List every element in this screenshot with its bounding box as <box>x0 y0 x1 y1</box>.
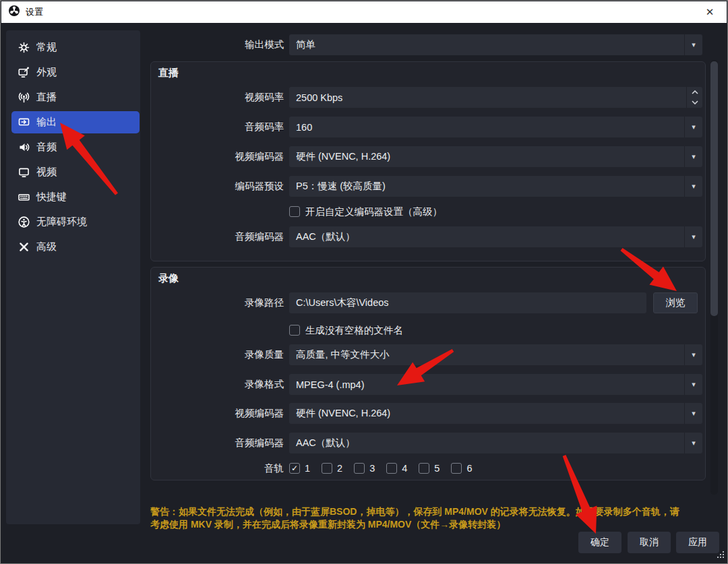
video-encoder-label: 视频编码器 <box>150 150 284 163</box>
sidebar-item-label: 外观 <box>36 66 57 79</box>
appearance-icon <box>18 67 30 79</box>
recording-title: 录像 <box>158 272 179 285</box>
output-icon <box>18 117 30 129</box>
audio-bitrate-row: 音频码率 160 ▾ <box>150 117 706 137</box>
audio-track-3: 3 <box>354 463 375 474</box>
chevron-down-icon[interactable]: ▾ <box>684 403 702 424</box>
track-checkbox-2[interactable] <box>322 463 332 474</box>
sidebar-item-8[interactable]: 无障碍环境 <box>11 211 139 233</box>
apply-button[interactable]: 应用 <box>676 532 719 553</box>
track-checkbox-1[interactable]: ✓ <box>289 463 300 474</box>
sidebar-item-label: 高级 <box>36 241 57 253</box>
stream-video-encoder-select[interactable]: 硬件 (NVENC, H.264) ▾ <box>289 146 702 167</box>
no-space-row: 生成没有空格的文件名 <box>150 323 706 337</box>
close-icon[interactable]: ✕ <box>700 3 720 22</box>
track-label: 5 <box>434 463 439 474</box>
track-label: 1 <box>305 463 310 474</box>
audio-bitrate-value: 160 <box>296 122 312 133</box>
audio-encoder-value: AAC（默认） <box>296 437 355 449</box>
sidebar-item-3[interactable]: 直播 <box>11 86 139 108</box>
resize-grip-icon[interactable] <box>717 549 725 561</box>
chevron-down-icon[interactable]: ▾ <box>684 117 702 137</box>
chevron-down-icon[interactable]: ▾ <box>684 146 702 167</box>
audio-track-label: 音轨 <box>150 462 284 475</box>
chevron-down-icon[interactable]: ▾ <box>684 344 702 365</box>
sidebar-item-1[interactable]: 常规 <box>11 36 139 59</box>
spinner[interactable] <box>686 87 702 108</box>
track-label: 6 <box>466 463 472 474</box>
audio-track-checkboxes: ✓123456 <box>289 463 472 474</box>
audio-bitrate-select[interactable]: 160 ▾ <box>289 117 702 137</box>
encoder-preset-select[interactable]: P5：慢速 (较高质量) ▾ <box>289 176 702 197</box>
rec-audio-encoder-select[interactable]: AAC（默认） ▾ <box>289 433 702 453</box>
sidebar-item-label: 输出 <box>36 116 57 129</box>
titlebar: 设置 ✕ <box>1 1 727 23</box>
sidebar-item-label: 直播 <box>36 91 57 104</box>
audio-bitrate-label: 音频码率 <box>150 121 284 133</box>
track-label: 2 <box>337 463 342 474</box>
stream-audio-encoder-row: 音频编码器 AAC（默认） ▾ <box>150 226 706 247</box>
spin-up-icon[interactable] <box>687 87 702 98</box>
recording-format-select[interactable]: MPEG-4 (.mp4) ▾ <box>289 374 702 395</box>
rec-video-encoder-select[interactable]: 硬件 (NVENC, H.264) ▾ <box>289 403 702 424</box>
audio-track-2: 2 <box>322 463 342 474</box>
audio-track-6: 6 <box>451 463 472 474</box>
recording-format-value: MPEG-4 (.mp4) <box>296 379 365 390</box>
chevron-down-icon[interactable]: ▾ <box>684 226 702 247</box>
stream-audio-encoder-select[interactable]: AAC（默认） ▾ <box>289 226 702 247</box>
settings-window: 设置 ✕ 常规外观直播输出音频视频快捷键无障碍环境高级 输出模式 简单 ▾ 直播… <box>0 0 728 564</box>
recording-path-row: 录像路径 C:\Users\木容\Videos 浏览 <box>150 292 706 313</box>
warning-line-1: 警告：如果文件无法完成（例如，由于蓝屏BSOD，掉电等），保存到 MP4/MOV… <box>150 505 708 518</box>
track-checkbox-6[interactable] <box>451 463 462 474</box>
audio-encoder-label: 音频编码器 <box>150 230 284 243</box>
ok-button[interactable]: 确定 <box>578 532 621 553</box>
track-checkbox-3[interactable] <box>354 463 365 474</box>
output-mode-value: 简单 <box>296 38 315 51</box>
recording-quality-row: 录像质量 高质量, 中等文件大小 ▾ <box>150 344 706 365</box>
recording-quality-select[interactable]: 高质量, 中等文件大小 ▾ <box>289 344 702 365</box>
sidebar-item-4[interactable]: 输出 <box>11 111 140 133</box>
sidebar-item-6[interactable]: 视频 <box>11 161 139 183</box>
recording-format-row: 录像格式 MPEG-4 (.mp4) ▾ <box>150 374 706 395</box>
chevron-down-icon[interactable]: ▾ <box>684 176 702 197</box>
sidebar-item-5[interactable]: 音频 <box>11 136 139 158</box>
recording-path-value: C:\Users\木容\Videos <box>296 296 389 309</box>
audio-encoder-label: 音频编码器 <box>150 437 284 449</box>
chevron-down-icon[interactable]: ▾ <box>684 374 702 395</box>
sidebar-item-9[interactable]: 高级 <box>11 236 139 258</box>
chevron-down-icon[interactable]: ▾ <box>684 433 702 453</box>
sidebar: 常规外观直播输出音频视频快捷键无障碍环境高级 <box>6 30 140 524</box>
scrollbar-track[interactable] <box>710 60 718 495</box>
accessibility-icon <box>18 216 30 228</box>
audio-track-5: 5 <box>419 463 439 474</box>
sidebar-item-label: 常规 <box>36 41 57 54</box>
sidebar-item-2[interactable]: 外观 <box>11 61 139 84</box>
scrollbar-thumb[interactable] <box>710 61 718 316</box>
chevron-down-icon[interactable]: ▾ <box>684 34 702 55</box>
recording-format-label: 录像格式 <box>150 378 284 391</box>
audio-icon <box>18 142 30 154</box>
output-mode-select[interactable]: 简单 ▾ <box>289 34 702 55</box>
obs-logo-icon <box>8 5 20 20</box>
recording-path-label: 录像路径 <box>150 296 284 309</box>
cancel-button[interactable]: 取消 <box>628 532 671 553</box>
custom-encoder-checkbox[interactable] <box>289 206 300 217</box>
gear-icon <box>18 42 30 54</box>
video-bitrate-input[interactable]: 2500 Kbps <box>289 87 702 108</box>
browse-button[interactable]: 浏览 <box>653 292 698 313</box>
video-bitrate-row: 视频码率 2500 Kbps <box>150 87 706 108</box>
track-checkbox-5[interactable] <box>419 463 429 474</box>
rec-audio-encoder-row: 音频编码器 AAC（默认） ▾ <box>150 433 706 453</box>
hotkeys-icon <box>18 191 30 203</box>
audio-track-4: 4 <box>386 463 407 474</box>
recording-path-input[interactable]: C:\Users\木容\Videos <box>289 292 646 313</box>
sidebar-item-label: 视频 <box>36 166 57 179</box>
sidebar-item-7[interactable]: 快捷键 <box>11 186 139 208</box>
sidebar-item-label: 无障碍环境 <box>36 216 87 228</box>
spin-down-icon[interactable] <box>687 98 702 108</box>
track-label: 4 <box>402 463 407 474</box>
custom-encoder-label: 开启自定义编码器设置（高级） <box>305 206 442 218</box>
no-space-checkbox[interactable] <box>289 325 300 336</box>
track-checkbox-4[interactable] <box>386 463 397 474</box>
video-encoder-value: 硬件 (NVENC, H.264) <box>296 407 390 420</box>
